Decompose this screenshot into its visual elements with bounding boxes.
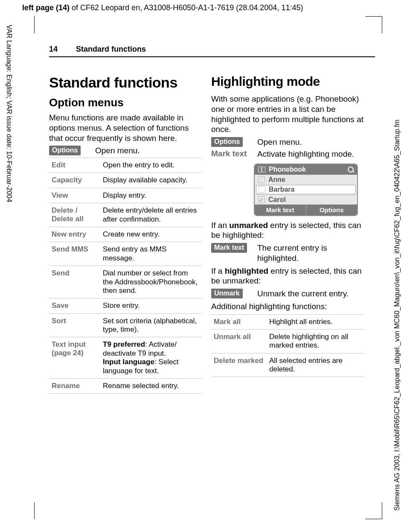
table-row: New entry Create new entry. — [49, 227, 202, 242]
row-val: All selected entries are deleted. — [267, 354, 364, 377]
marktext-highlight-row: Mark text The current entry is highlight… — [211, 243, 364, 263]
option-menu-table: Edit Open the entry to edit. Capacity Di… — [49, 158, 202, 394]
marktext-label: Mark text — [211, 149, 251, 159]
checkbox-icon — [258, 176, 265, 183]
row-val: Display entry. — [100, 188, 202, 203]
section-title: Standard functions — [76, 45, 146, 53]
highlighting-table: Mark all Highlight all entries. Unmark a… — [211, 314, 364, 377]
unmarked-para: If an unmarked entry is selected, this c… — [211, 220, 364, 241]
marktext-highlight-text: The current entry is highlighted. — [257, 243, 364, 263]
list-item-label: Carol — [268, 196, 286, 204]
table-row: Unmark all Delete highlighting on all ma… — [211, 330, 364, 354]
phone-titlebar: Phonebook — [255, 164, 357, 175]
row-key: Delete / Delete all — [49, 203, 100, 227]
list-item-selected: Barbara — [256, 185, 356, 194]
table-row: Edit Open the entry to edit. — [49, 158, 202, 173]
checkbox-checked-icon — [258, 196, 265, 203]
row-val: Open the entry to edit. — [100, 158, 202, 172]
table-row: Send MMS Send entry as MMS message. — [49, 242, 202, 266]
row-key: New entry — [49, 227, 100, 242]
running-head: 14 Standard functions — [49, 45, 375, 57]
row-key: Delete marked — [211, 354, 267, 377]
var-left-label: VAR Language: English; VAR issue date: 1… — [5, 25, 13, 202]
checkbox-icon — [259, 186, 265, 193]
list-item-label: Anne — [268, 176, 285, 184]
row-val: Store entry. — [100, 298, 202, 313]
phone-mock: Phonebook Anne Barbara Carol — [254, 164, 358, 216]
row-key: Save — [49, 298, 100, 313]
marktext-row: Mark text Activate highlighting mode. — [211, 149, 364, 159]
page-number: 14 — [49, 45, 58, 53]
marktext-text: Activate highlighting mode. — [257, 149, 364, 159]
table-row: View Display entry. — [49, 188, 202, 203]
row-val: T9 preferred: Activate/ deactivate T9 in… — [100, 337, 202, 378]
row-key: Mark all — [211, 315, 267, 329]
right-column: Highlighting mode With some applications… — [211, 68, 364, 394]
row-val: Delete highlighting on all marked entrie… — [267, 330, 364, 353]
table-row: Sort Set sort criteria (alphabetical, ty… — [49, 314, 202, 338]
row-val: Create new entry. — [100, 227, 202, 242]
additional-heading: Additional highlighting functions: — [211, 301, 364, 312]
row-val: Rename selected entry. — [100, 379, 202, 393]
source-path-label: Siemens AG 2003, I:\Mobil\R65\CF62_Leopa… — [393, 120, 401, 511]
list-item-label: Barbara — [269, 186, 294, 193]
phonebook-icon — [258, 167, 265, 172]
row-val: Set sort criteria (alphabetical, type, t… — [100, 314, 202, 337]
options-softkey-chip: Options — [49, 146, 81, 155]
softkey-left: Mark text — [255, 205, 306, 215]
doc-header-page: left page (14) — [22, 3, 70, 12]
row-key: Rename — [49, 379, 100, 393]
row-val: Display available capacity. — [100, 173, 202, 187]
h2-option-menus: Option menus — [49, 96, 202, 109]
list-item: Anne — [255, 175, 357, 184]
row-val: Send entry as MMS message. — [100, 242, 202, 266]
row-val: Highlight all entries. — [267, 315, 364, 329]
row-key: Sort — [49, 314, 100, 337]
unmark-text: Unmark the current entry. — [257, 289, 364, 299]
options-softkey-chip: Options — [211, 137, 243, 147]
intro-right: With some applications (e.g. Phonebook) … — [211, 94, 364, 134]
h1-highlighting-mode: Highlighting mode — [211, 74, 364, 89]
table-row: Mark all Highlight all entries. — [211, 315, 364, 330]
options-open-menu-text: Open menu. — [95, 146, 202, 156]
phone-softkey-bar: Mark text Options — [255, 205, 357, 215]
table-row: Rename Rename selected entry. — [49, 379, 202, 394]
list-item: Carol — [255, 195, 357, 205]
row-val: Delete entry/delete all entries after co… — [100, 203, 202, 227]
options-open-menu-row: Options Open menu. — [211, 137, 364, 147]
options-open-menu-text: Open menu. — [257, 137, 364, 147]
h1-standard-functions: Standard functions — [49, 74, 202, 91]
row-key: Capacity — [49, 173, 100, 187]
marktext-softkey-chip: Mark text — [211, 243, 247, 253]
table-row: Delete marked All selected entries are d… — [211, 354, 364, 377]
table-row: Capacity Display available capacity. — [49, 173, 202, 188]
highlighted-para: If a highlighted entry is selected, this… — [211, 266, 364, 286]
row-key: Unmark all — [211, 330, 267, 353]
softkey-right: Options — [306, 205, 358, 215]
doc-header-meta: left page (14) of CF62 Leopard en, A3100… — [22, 3, 303, 12]
table-row: Delete / Delete all Delete entry/delete … — [49, 203, 202, 227]
table-row: Text input (page 24) T9 preferred: Activ… — [49, 337, 202, 379]
table-row: Send Dial number or select from the Addr… — [49, 266, 202, 298]
row-val: Dial number or select from the Addressbo… — [100, 266, 202, 298]
unmark-softkey-chip: Unmark — [211, 289, 243, 298]
intro-left: Menu functions are made available in opt… — [49, 113, 202, 143]
doc-header-rest: of CF62 Leopard en, A31008-H6050-A1-1-76… — [70, 3, 303, 12]
row-key: Send MMS — [49, 242, 100, 266]
phone-title: Phonebook — [269, 166, 306, 173]
unmark-row: Unmark Unmark the current entry. — [211, 289, 364, 299]
row-key: Edit — [49, 158, 100, 172]
search-icon — [348, 167, 354, 172]
row-key: Send — [49, 266, 100, 298]
table-row: Save Store entry. — [49, 298, 202, 313]
phone-list: Anne Barbara Carol — [255, 175, 357, 205]
row-key: View — [49, 188, 100, 203]
row-key: Text input (page 24) — [49, 337, 100, 378]
left-column: Standard functions Option menus Menu fun… — [49, 68, 202, 394]
options-open-menu-row: Options Open menu. — [49, 146, 202, 156]
